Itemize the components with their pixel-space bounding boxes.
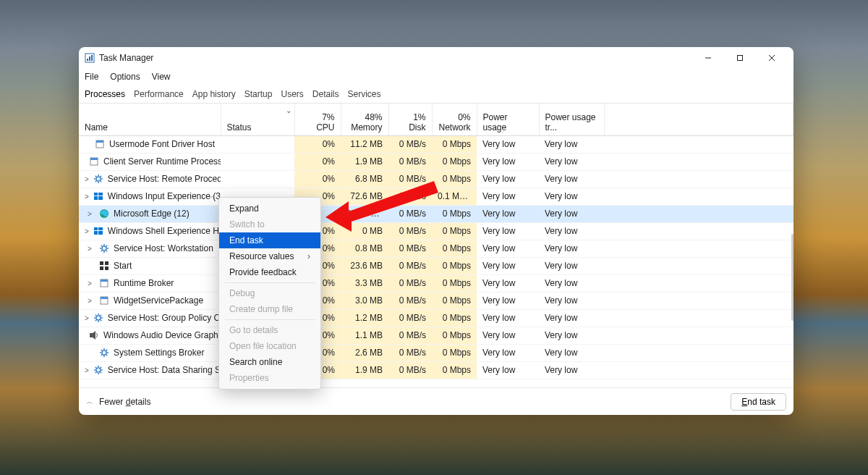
col-status[interactable]: ⌄Status <box>221 104 294 135</box>
cell-power-usage-trend: Very low <box>539 153 604 170</box>
end-task-button[interactable]: End task <box>731 393 786 411</box>
svg-rect-29 <box>98 231 103 235</box>
cell-power-usage-trend: Very low <box>539 222 604 240</box>
process-row[interactable]: > Windows Input Experience (3) ︿0%72.6 M… <box>79 188 793 205</box>
expand-toggle-icon[interactable]: > <box>85 175 89 183</box>
col-power-usage[interactable]: Power usage <box>477 104 539 135</box>
tab-performance[interactable]: Performance <box>134 89 184 99</box>
process-row[interactable]: > Service Host: Remote Procedure... 0%6.… <box>79 170 793 188</box>
process-row[interactable]: > Service Host: Workstation 0%0.8 MB0 MB… <box>79 240 793 257</box>
svg-rect-11 <box>90 158 98 160</box>
maximize-button[interactable] <box>724 47 756 69</box>
process-name: Usermode Font Driver Host <box>109 139 215 149</box>
process-row[interactable]: Windows Audio Device Graph 0%1.1 MB0 MB/… <box>79 327 793 344</box>
expand-toggle-icon[interactable]: > <box>85 366 89 374</box>
chevron-up-icon[interactable]: ︿ <box>209 191 216 201</box>
context-menu-label: End task <box>229 235 263 245</box>
chevron-up-icon[interactable]: ︿ <box>86 397 93 407</box>
cell-memory: 1.9 MB <box>341 153 388 170</box>
expand-toggle-icon[interactable]: > <box>85 210 95 218</box>
context-menu-item: Create dump file <box>219 301 320 317</box>
cell-power-usage: Very low <box>477 361 539 379</box>
expand-toggle-icon[interactable]: > <box>85 245 95 253</box>
tab-services[interactable]: Services <box>348 89 381 99</box>
svg-marker-57 <box>93 331 95 340</box>
close-button[interactable] <box>756 47 788 69</box>
process-row[interactable]: > WidgetServicePackage 0%3.0 MB0 MB/s0 M… <box>79 292 793 309</box>
expand-toggle-icon[interactable]: > <box>85 227 89 235</box>
context-menu-item[interactable]: Provide feedback <box>219 264 320 280</box>
scrollbar[interactable] <box>791 234 793 321</box>
cell-disk: 0 MB/s <box>388 257 432 274</box>
svg-rect-44 <box>101 279 108 282</box>
svg-rect-42 <box>105 266 109 270</box>
tab-details[interactable]: Details <box>312 89 339 99</box>
process-name: Client Server Runtime Process <box>103 156 221 167</box>
minimize-button[interactable] <box>692 47 724 69</box>
col-name[interactable]: Name <box>79 104 221 135</box>
fewer-details-link[interactable]: Fewer details <box>99 397 150 407</box>
expand-toggle-icon[interactable]: > <box>85 314 89 322</box>
process-name: Service Host: Group Policy Client <box>108 313 221 323</box>
col-cpu[interactable]: 7%CPU <box>294 104 341 135</box>
svg-line-53 <box>101 320 101 321</box>
process-row[interactable]: > Runtime Broker 0%3.3 MB0 MB/s0 MbpsVer… <box>79 274 793 292</box>
process-icon <box>89 156 99 167</box>
context-menu-label: Properties <box>229 373 269 383</box>
tab-app-history[interactable]: App history <box>192 89 236 99</box>
cell-network: 0 Mbps <box>432 240 477 257</box>
svg-point-67 <box>96 368 101 372</box>
cell-disk: 0 MB/s <box>388 327 432 344</box>
tab-startup[interactable]: Startup <box>244 89 273 99</box>
context-menu-label: Create dump file <box>229 304 293 314</box>
process-name: Service Host: Workstation <box>114 243 213 253</box>
task-manager-window: Task Manager File Options View Processes… <box>79 47 793 415</box>
svg-line-75 <box>95 372 96 373</box>
process-row[interactable]: > Windows Shell Experience Host 0%0 MB0 … <box>79 222 793 240</box>
process-row[interactable]: > Service Host: Data Sharing Service 0%1… <box>79 361 793 379</box>
cell-power-usage-trend: Very low <box>539 170 604 188</box>
expand-toggle-icon[interactable]: > <box>85 279 95 287</box>
svg-line-20 <box>95 181 96 182</box>
cell-memory: 3.0 MB <box>341 292 388 309</box>
process-icon <box>99 295 109 306</box>
context-menu-item[interactable]: End task <box>219 232 320 248</box>
process-row[interactable]: Usermode Font Driver Host 0%11.2 MB0 MB/… <box>79 135 793 153</box>
cell-power-usage-trend: Very low <box>539 274 604 292</box>
svg-line-55 <box>95 320 96 321</box>
context-menu-label: Resource values <box>229 251 294 261</box>
context-menu-item: Properties <box>219 370 320 386</box>
col-network[interactable]: 0%Network <box>432 104 477 135</box>
context-menu-label: Expand <box>229 203 259 214</box>
process-icon <box>93 174 103 184</box>
process-row[interactable]: Client Server Runtime Process 0%1.9 MB0 … <box>79 153 793 170</box>
expand-toggle-icon[interactable]: > <box>85 297 95 305</box>
col-memory[interactable]: 48%Memory <box>341 104 388 135</box>
menu-view[interactable]: View <box>152 72 171 82</box>
chevron-down-icon[interactable]: ⌄ <box>286 106 292 114</box>
cell-power-usage-trend: Very low <box>539 188 604 205</box>
svg-line-52 <box>95 315 96 316</box>
context-menu-item[interactable]: Expand <box>219 201 320 217</box>
process-row[interactable]: > Service Host: Group Policy Client 0%1.… <box>79 309 793 327</box>
cell-memory: 1.2 MB <box>341 309 388 327</box>
svg-rect-21 <box>94 193 98 196</box>
col-power-usage-trend[interactable]: Power usage tr... <box>539 104 604 135</box>
process-row[interactable]: > Microsoft Edge (12) 324.9 MB0 MB/s0 Mb… <box>79 205 793 222</box>
context-menu-item[interactable]: Resource values <box>219 248 320 264</box>
process-name: Windows Audio Device Graph <box>103 330 218 340</box>
menu-options[interactable]: Options <box>110 72 140 82</box>
col-disk[interactable]: 1%Disk <box>388 104 432 135</box>
cell-power-usage: Very low <box>477 257 539 274</box>
process-row[interactable]: System Settings Broker 0%2.6 MB0 MB/s0 M… <box>79 344 793 361</box>
svg-line-37 <box>106 245 107 246</box>
process-row[interactable]: Start 0%23.6 MB0 MB/s0 MbpsVery lowVery … <box>79 257 793 274</box>
process-name: Runtime Broker <box>114 278 174 288</box>
context-menu-item[interactable]: Search online <box>219 354 320 370</box>
tab-users[interactable]: Users <box>281 89 303 99</box>
expand-toggle-icon[interactable]: > <box>85 193 89 201</box>
process-icon <box>99 243 109 253</box>
tab-processes[interactable]: Processes <box>85 89 125 99</box>
svg-rect-22 <box>98 193 103 196</box>
menu-file[interactable]: File <box>85 72 98 82</box>
